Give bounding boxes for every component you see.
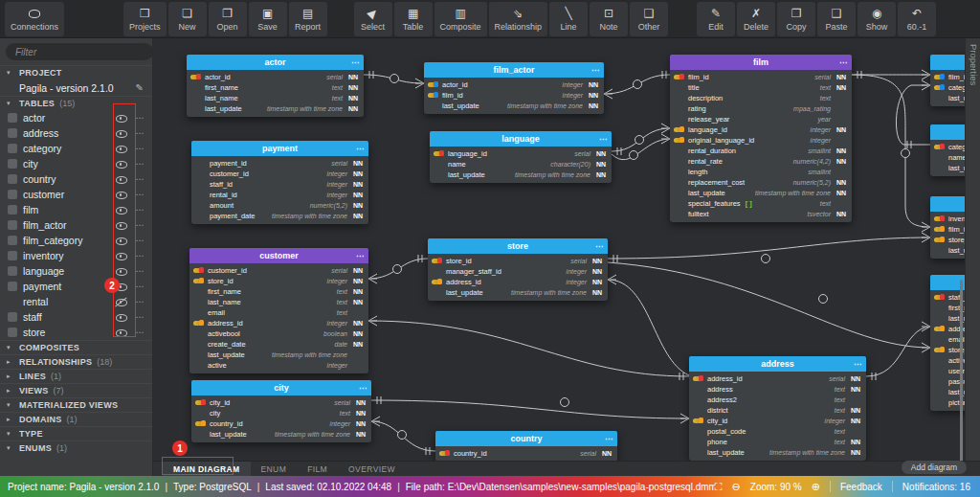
- column-row[interactable]: last_nametextNN: [187, 93, 364, 103]
- table-header[interactable]: customer⋯: [189, 248, 368, 263]
- column-row[interactable]: create_datedateNN: [189, 339, 368, 350]
- diagram-table-actor[interactable]: actor⋯actor_idserialNNfirst_nametextNNla…: [187, 55, 364, 117]
- table-header[interactable]: film⋯: [670, 55, 852, 70]
- eye-icon[interactable]: [115, 327, 127, 339]
- eye-icon[interactable]: [115, 250, 127, 262]
- filter-input[interactable]: [6, 43, 153, 60]
- sidebar-item-country[interactable]: country⋯: [0, 171, 152, 187]
- column-row[interactable]: store_idintegerNN: [930, 235, 965, 245]
- column-row[interactable]: city_idserialNN: [191, 397, 371, 408]
- column-row[interactable]: special_features[ ]text: [670, 198, 852, 209]
- table-menu-icon[interactable]: ⋯: [839, 58, 847, 67]
- row-menu-icon[interactable]: ⋯: [133, 266, 146, 276]
- sidebar-item-film_actor[interactable]: film_actor⋯: [0, 217, 152, 233]
- column-row[interactable]: actor_idintegerNN: [424, 79, 604, 90]
- column-row[interactable]: last_updatetimestamp with time zoneNN: [430, 169, 612, 180]
- column-row[interactable]: address2text: [689, 395, 866, 405]
- connections-button[interactable]: Connections: [5, 2, 64, 36]
- column-row[interactable]: language_idserialNN: [430, 148, 612, 159]
- table-menu-icon[interactable]: ⋯: [351, 58, 359, 67]
- section-relationships[interactable]: ▸RELATIONSHIPS(18): [0, 354, 152, 369]
- row-menu-icon[interactable]: ⋯: [133, 312, 146, 322]
- checkbox[interactable]: [8, 312, 17, 322]
- section-type[interactable]: ▾TYPE: [0, 426, 152, 441]
- checkbox[interactable]: [8, 328, 17, 337]
- table-header[interactable]: store⋯: [428, 238, 608, 254]
- checkbox[interactable]: [8, 113, 17, 123]
- tab-enum[interactable]: ENUM: [251, 462, 298, 477]
- eye-icon[interactable]: [115, 235, 127, 247]
- relationship-button[interactable]: ⇘Relationship: [489, 2, 548, 36]
- diagram-table-city[interactable]: city⋯city_idserialNNcitytextNNcountry_id…: [191, 380, 371, 442]
- row-menu-icon[interactable]: ⋯: [133, 174, 146, 184]
- row-menu-icon[interactable]: ⋯: [133, 220, 146, 230]
- column-row[interactable]: store_idintegerNN: [189, 276, 368, 286]
- diagram-table-payment[interactable]: payment⋯payment_idserialNNcustomer_idint…: [191, 141, 368, 224]
- column-row[interactable]: film_idintegerNN: [930, 72, 965, 82]
- column-row[interactable]: replacement_costnumeric(5,2)NN: [670, 177, 852, 188]
- row-menu-icon[interactable]: ⋯: [133, 128, 146, 138]
- row-menu-icon[interactable]: ⋯: [133, 144, 146, 153]
- feedback-link[interactable]: Feedback: [840, 482, 882, 492]
- column-row[interactable]: first_nametextNN: [187, 82, 364, 93]
- column-row[interactable]: actor_idserialNN: [187, 72, 364, 82]
- table-menu-icon[interactable]: ⋯: [591, 66, 599, 75]
- table-menu-icon[interactable]: ⋯: [356, 252, 364, 260]
- eye-icon[interactable]: [115, 158, 127, 170]
- column-row[interactable]: release_yearyear: [670, 114, 852, 124]
- column-row[interactable]: address_idserialNN: [689, 373, 866, 384]
- table-header[interactable]: film_actor⋯: [424, 62, 604, 78]
- eye-icon[interactable]: [115, 189, 127, 201]
- column-row[interactable]: rental_durationsmallintNN: [670, 146, 852, 156]
- table-header[interactable]: film_category⋯: [930, 55, 965, 70]
- row-menu-icon[interactable]: ⋯: [133, 297, 146, 306]
- column-row[interactable]: category_idserialNN: [930, 142, 965, 152]
- line-button[interactable]: ╲Line: [549, 2, 588, 36]
- note-button[interactable]: ⊡Note: [590, 2, 628, 36]
- checkbox[interactable]: [8, 190, 17, 199]
- section-views[interactable]: ▸VIEWS(7): [0, 383, 152, 397]
- diagram-table-store[interactable]: store⋯store_idserialNNmanager_staff_idin…: [428, 238, 608, 301]
- checkbox[interactable]: [8, 174, 17, 184]
- row-menu-icon[interactable]: ⋯: [133, 328, 146, 337]
- column-row[interactable]: emailtext: [189, 307, 368, 318]
- column-row[interactable]: nametextNN: [930, 152, 965, 163]
- row-menu-icon[interactable]: ⋯: [133, 190, 146, 199]
- column-row[interactable]: original_language_idinteger: [670, 135, 852, 146]
- column-row[interactable]: phonetextNN: [689, 437, 866, 447]
- composite-button[interactable]: ▥Composite: [434, 2, 487, 36]
- column-row[interactable]: last_updatetimestamp with time zoneNN: [191, 429, 371, 440]
- diagram-table-customer[interactable]: customer⋯customer_idserialNNstore_idinte…: [189, 248, 368, 373]
- edit-button[interactable]: ✎Edit: [697, 2, 735, 36]
- fit-screen-icon[interactable]: ⛶: [715, 481, 723, 493]
- checkbox[interactable]: [8, 128, 17, 138]
- table-header[interactable]: payment⋯: [191, 141, 368, 156]
- sidebar-item-address[interactable]: address⋯: [0, 125, 152, 141]
- column-row[interactable]: activeinteger: [189, 360, 368, 371]
- undo-button[interactable]: ↶60.-1: [898, 2, 936, 36]
- projects-button[interactable]: ❒Projects: [123, 2, 167, 36]
- column-row[interactable]: category_idintegerNN: [930, 82, 965, 93]
- table-menu-icon[interactable]: ⋯: [356, 145, 364, 153]
- table-menu-icon[interactable]: ⋯: [605, 435, 612, 443]
- zoom-in-icon[interactable]: ⊕: [812, 481, 820, 493]
- sidebar-item-customer[interactable]: customer⋯: [0, 187, 152, 202]
- delete-button[interactable]: ✗Delete: [737, 2, 775, 36]
- diagram-table-film_actor[interactable]: film_actor⋯actor_idintegerNNfilm_idinteg…: [424, 62, 604, 114]
- paste-button[interactable]: ❑Paste: [817, 2, 856, 36]
- edit-project-icon[interactable]: ✎: [136, 82, 144, 93]
- column-row[interactable]: payment_datetimestamp with time zoneNN: [191, 211, 368, 221]
- column-row[interactable]: lengthsmallint: [670, 167, 852, 177]
- column-row[interactable]: inventory_idserialNN: [930, 214, 965, 224]
- column-row[interactable]: country_idintegerNN: [191, 418, 371, 429]
- column-row[interactable]: last_updatetimestamp with time zoneNN: [689, 447, 866, 458]
- sidebar-item-rental[interactable]: rental⋯: [0, 294, 152, 309]
- column-row[interactable]: addresstextNN: [689, 384, 866, 395]
- section-lines[interactable]: ▸LINES(1): [0, 369, 152, 383]
- add-diagram-button[interactable]: Add diagram: [902, 461, 967, 474]
- table-header[interactable]: language⋯: [430, 131, 612, 147]
- sidebar-item-staff[interactable]: staff⋯: [0, 309, 152, 325]
- column-row[interactable]: namecharacter(20)NN: [430, 159, 612, 169]
- column-row[interactable]: film_idintegerNN: [424, 90, 604, 101]
- table-menu-icon[interactable]: ⋯: [599, 135, 607, 144]
